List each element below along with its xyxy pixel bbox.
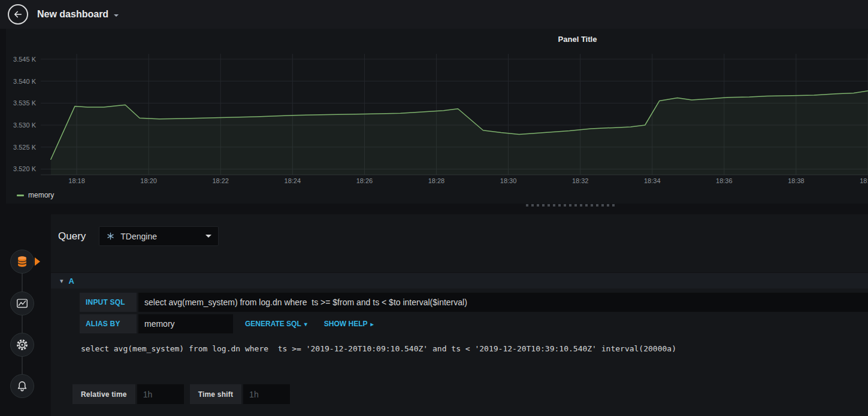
show-help-label: SHOW HELP [324, 320, 368, 328]
input-sql-field[interactable] [138, 293, 868, 312]
svg-text:3.530 K: 3.530 K [13, 122, 37, 129]
tab-general[interactable] [10, 333, 34, 357]
arrow-left-icon [13, 9, 23, 20]
chart-legend[interactable]: memory [17, 191, 54, 199]
svg-text:3.525 K: 3.525 K [13, 144, 37, 151]
time-shift-field[interactable] [243, 384, 290, 404]
time-shift-form: Time shift [190, 384, 290, 404]
show-help-button[interactable]: SHOW HELP ▸ [319, 314, 379, 333]
svg-text:3.540 K: 3.540 K [13, 78, 37, 85]
time-options-row: Relative time Time shift [72, 384, 290, 404]
dashboard-title-dropdown[interactable]: New dashboard [37, 9, 119, 20]
query-row-header[interactable]: ▾ A [51, 272, 868, 289]
svg-text:18:36: 18:36 [716, 177, 733, 184]
query-editor: Query TDengine ▾ A INPUT SQL ALIAS B [51, 214, 868, 416]
svg-text:18:24: 18:24 [285, 177, 301, 184]
panel-title[interactable]: Panel Title [526, 35, 629, 44]
top-navbar: New dashboard [0, 0, 868, 29]
query-ref-id: A [69, 277, 74, 286]
chevron-down-icon [205, 235, 211, 238]
svg-text:18:18: 18:18 [68, 177, 85, 184]
time-shift-label: Time shift [190, 384, 241, 404]
svg-text:18:38: 18:38 [788, 177, 805, 184]
relative-time-field[interactable] [137, 384, 184, 404]
svg-text:3.520 K: 3.520 K [13, 165, 37, 172]
back-button[interactable] [8, 4, 28, 25]
svg-text:18:34: 18:34 [644, 177, 661, 184]
active-tab-arrow [35, 257, 40, 266]
caret-right-icon: ▸ [371, 321, 374, 327]
tdengine-logo-icon [106, 232, 115, 241]
input-sql-row: INPUT SQL [80, 293, 868, 312]
gear-icon [16, 338, 29, 351]
timeseries-panel: Panel Title 3.520 K3.525 K3.530 K3.535 K… [6, 29, 868, 204]
caret-down-icon: ▾ [304, 321, 307, 327]
relative-time-form: Relative time [72, 384, 184, 404]
svg-text:18:20: 18:20 [140, 177, 157, 184]
chevron-down-icon [114, 14, 119, 17]
alias-by-field[interactable] [138, 314, 233, 333]
query-form: INPUT SQL ALIAS BY GENERATE SQL ▾ SHOW H… [80, 293, 868, 356]
query-header: Query TDengine [58, 226, 219, 246]
dashboard-title: New dashboard [37, 9, 108, 20]
generate-sql-button[interactable]: GENERATE SQL ▾ [240, 314, 312, 333]
svg-text:18:40: 18:40 [860, 177, 868, 184]
svg-text:18:22: 18:22 [212, 177, 229, 184]
query-section-title: Query [58, 230, 86, 242]
tab-connector-line [22, 262, 23, 386]
legend-color-swatch [17, 195, 24, 196]
editor-tab-rail [0, 214, 51, 416]
svg-text:18:26: 18:26 [356, 177, 373, 184]
svg-text:3.535 K: 3.535 K [13, 99, 37, 107]
generate-sql-label: GENERATE SQL [245, 320, 301, 328]
bell-icon [16, 379, 29, 393]
legend-series-label[interactable]: memory [28, 191, 54, 199]
generated-sql-text: select avg(mem_system) from log.dn where… [80, 342, 868, 356]
tab-queries[interactable] [10, 250, 34, 274]
tab-visualization[interactable] [10, 291, 34, 315]
collapse-caret-icon: ▾ [60, 277, 63, 285]
svg-text:18:28: 18:28 [428, 177, 445, 184]
datasource-name: TDengine [120, 232, 157, 241]
svg-text:18:30: 18:30 [500, 177, 517, 184]
database-icon [16, 255, 29, 268]
svg-text:3.545 K: 3.545 K [13, 56, 37, 63]
panel-resize-handle[interactable] [526, 204, 617, 207]
relative-time-label: Relative time [72, 384, 135, 404]
chart-icon [16, 297, 29, 310]
alias-by-label: ALIAS BY [80, 314, 137, 333]
alias-by-row: ALIAS BY GENERATE SQL ▾ SHOW HELP ▸ [80, 314, 868, 333]
svg-text:18:32: 18:32 [572, 177, 589, 184]
tab-alert[interactable] [10, 374, 34, 398]
datasource-picker[interactable]: TDengine [99, 226, 219, 246]
panel-chart-svg: 3.520 K3.525 K3.530 K3.535 K3.540 K3.545… [6, 51, 868, 187]
grafana-app: New dashboard Panel Title 3.520 K3.525 K… [0, 0, 868, 416]
input-sql-label: INPUT SQL [80, 293, 137, 312]
